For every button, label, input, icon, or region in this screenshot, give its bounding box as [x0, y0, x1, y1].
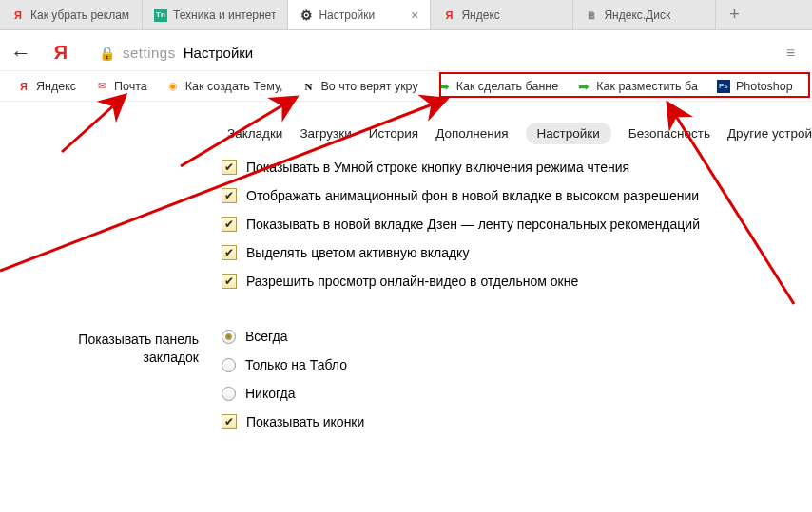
back-button[interactable]: ← [10, 41, 32, 66]
setting-highlight-active-tab[interactable]: ✔ Выделять цветом активную вкладку [222, 245, 812, 260]
setting-label: Выделять цветом активную вкладку [246, 245, 469, 260]
radio-icon[interactable] [222, 387, 236, 401]
radio-label: Только на Табло [245, 357, 347, 372]
setting-zen-feed[interactable]: ✔ Показывать в новой вкладке Дзен — лент… [222, 217, 812, 232]
checkbox-icon[interactable]: ✔ [222, 188, 237, 203]
tab-label: Настройки [319, 9, 405, 22]
address-keyword: settings [123, 45, 176, 61]
new-tab-button[interactable]: + [716, 0, 752, 29]
bookmark-label: Как разместить ба [596, 80, 698, 93]
tab-tech-internet[interactable]: Tn Техника и интернет [143, 0, 288, 29]
address-title: Настройки [184, 45, 254, 61]
bookmark-label: Как создать Тему, [185, 80, 283, 93]
yandex-logo-icon[interactable]: Я [49, 42, 72, 64]
page-icon: 🗎 [585, 9, 598, 22]
menu-button[interactable]: ≡ [779, 41, 802, 66]
arrow-right-icon: ➡ [577, 80, 590, 93]
tab-label: Яндекс [461, 9, 561, 22]
setting-label: Показывать в Умной строке кнопку включен… [246, 160, 629, 175]
setting-show-icons[interactable]: ✔ Показывать иконки [222, 414, 812, 429]
tab-yandex-disk[interactable]: 🗎 Яндекс.Диск [573, 0, 716, 29]
site-icon: ◉ [166, 80, 180, 93]
bookmark-label: Яндекс [36, 80, 76, 93]
subnav-history[interactable]: История [369, 126, 418, 141]
bookmark-make-banner[interactable]: ➡ Как сделать банне [430, 77, 567, 96]
checkbox-icon[interactable]: ✔ [222, 414, 237, 429]
subnav-settings[interactable]: Настройки [526, 123, 611, 144]
setting-label: Разрешить просмотр онлайн-видео в отдель… [246, 274, 578, 289]
tab-label: Яндекс.Диск [604, 9, 704, 22]
nav-bar: ← Я 🔒 settings Настройки ≡ [0, 35, 812, 71]
checkbox-icon[interactable]: ✔ [222, 160, 237, 175]
bookmark-yandex[interactable]: Я Яндекс [10, 77, 84, 96]
bookmark-label: Почта [114, 80, 147, 93]
subnav-other-devices[interactable]: Другие устрой [727, 126, 812, 141]
radio-icon[interactable] [222, 330, 236, 344]
bookmark-mail[interactable]: ✉ Почта [87, 77, 155, 96]
site-icon: N [301, 80, 315, 93]
site-icon: Tn [154, 9, 167, 22]
bookmark-create-theme[interactable]: ◉ Как создать Тему, [159, 77, 291, 96]
setting-label: Показывать в новой вкладке Дзен — ленту … [246, 217, 700, 232]
bookmark-place-banner[interactable]: ➡ Как разместить ба [570, 77, 706, 96]
bookmarks-panel-title: Показывать панель закладок [55, 329, 222, 367]
setting-animated-bg[interactable]: ✔ Отображать анимационный фон в новой вк… [222, 188, 812, 203]
tab-label: Техника и интернет [173, 9, 276, 22]
gear-icon: ⚙ [300, 9, 313, 22]
close-icon[interactable]: × [411, 8, 418, 23]
bookmark-label: Photoshop [736, 80, 793, 93]
radio-label: Всегда [245, 329, 288, 344]
yandex-icon: Я [11, 9, 25, 22]
bookmark-photoshop[interactable]: Ps Photoshop [709, 77, 801, 96]
mail-icon: ✉ [95, 80, 108, 93]
subnav-security[interactable]: Безопасность [628, 126, 710, 141]
subnav-addons[interactable]: Дополнения [435, 126, 508, 141]
tab-strip: Я Как убрать реклам Tn Техника и интерне… [0, 0, 812, 30]
radio-tableau-only[interactable]: Только на Табло [222, 357, 812, 372]
yandex-icon: Я [17, 80, 30, 93]
arrow-right-icon: ➡ [437, 80, 451, 93]
setting-label: Отображать анимационный фон в новой вкла… [246, 188, 699, 203]
radio-never[interactable]: Никогда [222, 386, 812, 401]
photoshop-icon: Ps [717, 80, 730, 93]
address-bar[interactable]: 🔒 settings Настройки [89, 41, 762, 65]
radio-icon[interactable] [222, 358, 236, 372]
bookmark-label: Как сделать банне [456, 80, 559, 93]
lock-icon: 🔒 [99, 46, 115, 61]
settings-content: ✔ Показывать в Умной строке кнопку включ… [0, 160, 812, 443]
tab-settings[interactable]: ⚙ Настройки × [288, 0, 431, 29]
radio-always[interactable]: Всегда [222, 329, 812, 344]
settings-subnav: Закладки Загрузки История Дополнения Нас… [0, 102, 812, 160]
bookmarks-bar: Я Яндекс ✉ Почта ◉ Как создать Тему, N В… [0, 71, 812, 102]
bookmark-believe[interactable]: N Во что верят укру [294, 77, 425, 96]
setting-smart-line-reading[interactable]: ✔ Показывать в Умной строке кнопку включ… [222, 160, 812, 175]
setting-video-popup[interactable]: ✔ Разрешить просмотр онлайн-видео в отде… [222, 274, 812, 289]
tab-yandex[interactable]: Я Яндекс [431, 0, 573, 29]
checkbox-icon[interactable]: ✔ [222, 217, 237, 232]
tab-remove-ads[interactable]: Я Как убрать реклам [0, 0, 143, 29]
subnav-bookmarks[interactable]: Закладки [227, 126, 282, 141]
radio-label: Никогда [245, 386, 295, 401]
checkbox-icon[interactable]: ✔ [222, 274, 237, 289]
bookmark-label: Во что верят укру [320, 80, 417, 93]
setting-label: Показывать иконки [246, 414, 364, 429]
subnav-downloads[interactable]: Загрузки [300, 126, 351, 141]
tab-label: Как убрать реклам [30, 9, 130, 22]
checkbox-icon[interactable]: ✔ [222, 245, 237, 260]
yandex-icon: Я [442, 9, 455, 22]
